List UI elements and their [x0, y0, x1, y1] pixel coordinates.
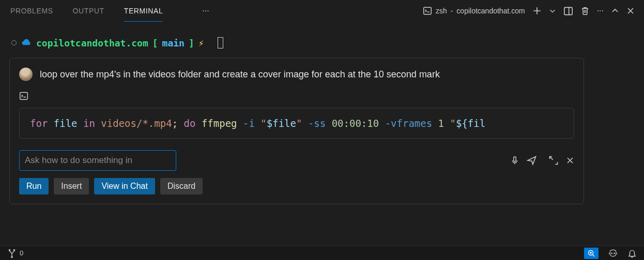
terminal-code-icon — [19, 91, 574, 101]
terminal-prompt: copilotcandothat.com [main] ⚡ — [9, 37, 635, 48]
svg-rect-2 — [20, 92, 28, 100]
chevron-up-icon[interactable] — [611, 7, 619, 15]
terminal-shell-icon — [423, 6, 432, 15]
cloud-icon — [21, 38, 32, 48]
panel-more-icon[interactable]: ··· — [597, 6, 604, 15]
insert-button[interactable]: Insert — [54, 178, 89, 194]
split-terminal-icon[interactable] — [563, 6, 573, 16]
mic-icon[interactable] — [510, 155, 519, 166]
view-in-chat-button[interactable]: View in Chat — [94, 178, 155, 194]
prompt-host: copilotcandothat.com — [36, 38, 148, 48]
svg-point-5 — [611, 253, 612, 254]
discard-button[interactable]: Discard — [160, 178, 203, 194]
tab-more-icon[interactable]: ··· — [202, 6, 209, 15]
code-suggestion: for file in videos/*.mp4; do ffmpeg -i "… — [19, 108, 574, 139]
remote-icon[interactable] — [7, 249, 17, 258]
terminal-shell-name: zsh — [436, 7, 447, 15]
tab-terminal[interactable]: TERMINAL — [124, 1, 163, 22]
terminal-dash: - — [451, 7, 453, 15]
terminal-session-label[interactable]: zsh - copilotcandothat.com — [423, 6, 525, 15]
svg-rect-0 — [424, 7, 432, 14]
close-panel-icon[interactable] — [626, 7, 635, 15]
prompt-branch: main — [162, 38, 185, 48]
new-terminal-icon[interactable] — [532, 6, 542, 15]
copilot-chat-panel: loop over the mp4's in the videos folder… — [9, 58, 584, 204]
svg-rect-1 — [564, 7, 572, 14]
copilot-status-icon[interactable] — [608, 248, 618, 258]
terminal-host: copilotcandothat.com — [456, 7, 525, 15]
terminal-dropdown-icon[interactable] — [549, 7, 556, 14]
terminal-cursor — [218, 37, 223, 48]
tab-problems[interactable]: PROBLEMS — [10, 1, 53, 21]
prompt-status-icon — [11, 40, 17, 45]
run-button[interactable]: Run — [19, 178, 49, 194]
svg-rect-3 — [514, 157, 516, 161]
send-icon[interactable] — [527, 155, 537, 166]
prompt-bracket-close: ] — [189, 38, 194, 48]
chat-input[interactable] — [19, 150, 176, 171]
expand-chat-icon[interactable] — [548, 155, 559, 166]
close-chat-icon[interactable] — [566, 156, 574, 165]
bell-icon[interactable] — [627, 249, 637, 258]
lightning-icon: ⚡ — [198, 38, 204, 48]
svg-point-6 — [614, 253, 615, 254]
tab-output[interactable]: OUTPUT — [73, 1, 104, 21]
avatar — [19, 68, 33, 81]
ports-count[interactable]: 0 — [20, 249, 23, 257]
trash-icon[interactable] — [580, 6, 590, 15]
user-message: loop over the mp4's in the videos folder… — [40, 69, 440, 80]
zoom-icon[interactable] — [584, 248, 599, 259]
prompt-bracket-open: [ — [152, 38, 158, 48]
